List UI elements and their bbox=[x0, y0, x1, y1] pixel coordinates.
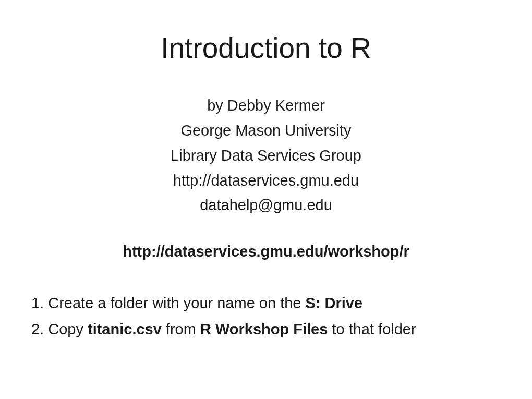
instructions-block: 1. Create a folder with your name on the… bbox=[31, 291, 501, 342]
url-line: http://dataservices.gmu.edu bbox=[31, 168, 501, 194]
instruction-1: 1. Create a folder with your name on the… bbox=[31, 291, 501, 316]
slide-container: Introduction to R by Debby Kermer George… bbox=[0, 0, 532, 399]
instruction-2-mid: from bbox=[162, 321, 200, 337]
info-block: by Debby Kermer George Mason University … bbox=[31, 93, 501, 218]
instruction-2-bold1: titanic.csv bbox=[88, 321, 162, 337]
instruction-2: 2. Copy titanic.csv from R Workshop File… bbox=[31, 317, 501, 342]
email-line: datahelp@gmu.edu bbox=[31, 193, 501, 218]
instruction-1-prefix: 1. Create a folder with your name on the bbox=[31, 295, 306, 311]
instruction-2-prefix: 2. Copy bbox=[31, 321, 88, 337]
instruction-1-bold: S: Drive bbox=[306, 295, 363, 311]
slide-title: Introduction to R bbox=[31, 31, 501, 65]
instruction-2-bold2: R Workshop Files bbox=[200, 321, 328, 337]
author-line: by Debby Kermer bbox=[31, 93, 501, 118]
workshop-url: http://dataservices.gmu.edu/workshop/r bbox=[31, 243, 501, 260]
instruction-2-suffix: to that folder bbox=[328, 321, 416, 337]
university-line: George Mason University bbox=[31, 118, 501, 143]
group-line: Library Data Services Group bbox=[31, 143, 501, 168]
